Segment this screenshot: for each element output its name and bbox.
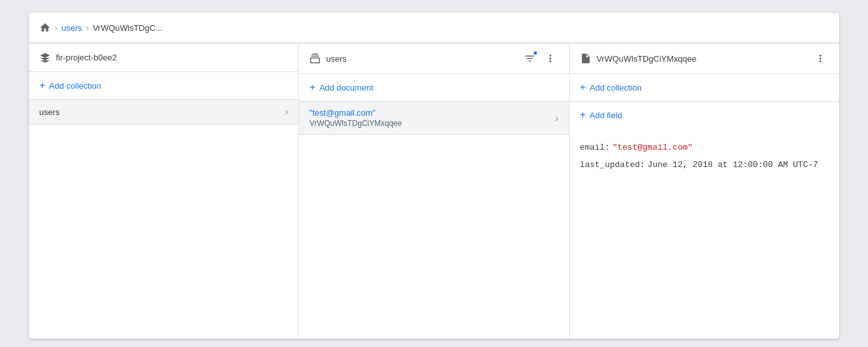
chevron-right-icon-users: ›: [285, 106, 288, 118]
chevron-right-icon-doc: ›: [555, 112, 558, 124]
add-field-label: Add field: [590, 111, 622, 120]
collection-item-users[interactable]: users ›: [29, 100, 298, 125]
document-icon: [580, 53, 592, 64]
plus-icon-3: +: [580, 82, 586, 93]
plus-icon-1: +: [39, 80, 45, 91]
panel-collection-title: users: [326, 54, 516, 64]
field-row-last-updated: last_updated: June 12, 2018 at 12:00:00 …: [580, 156, 829, 174]
panel-project-header: fir-project-b0ee2: [29, 44, 298, 72]
breadcrumb-sep-2: ›: [86, 22, 89, 33]
document-item-sub: VrWQuWlsTDgCiYMxqqee: [309, 119, 555, 128]
document-item-test[interactable]: "test@gmail.com" VrWQuWlsTDgCiYMxqqee ›: [299, 102, 568, 135]
panel-document: VrWQuWlsTDgCiYMxqqee + Add collection + …: [570, 44, 839, 339]
panel-collection: users + Add document "t: [299, 44, 569, 339]
more-options-button-document[interactable]: [812, 50, 829, 67]
add-collection-label-3: Add collection: [590, 83, 642, 93]
panel-project-content: users ›: [29, 100, 298, 339]
filter-button[interactable]: [521, 50, 538, 67]
field-value-last-updated: June 12, 2018 at 12:00:00 AM UTC-7: [647, 160, 818, 170]
panel-collection-actions: [521, 50, 559, 67]
panel-project: fir-project-b0ee2 + Add collection users…: [29, 44, 299, 339]
breadcrumb: › users › VrWQuWlsTDgC...: [29, 13, 839, 43]
add-document-button[interactable]: + Add document: [299, 74, 568, 102]
firestore-container: › users › VrWQuWlsTDgC... fir-project-b0…: [29, 13, 839, 339]
panel-document-header: VrWQuWlsTDgCiYMxqqee: [570, 44, 839, 74]
panel-collection-content: "test@gmail.com" VrWQuWlsTDgCiYMxqqee ›: [299, 102, 568, 339]
collection-icon: [309, 53, 321, 64]
collection-name-users: users: [39, 107, 285, 117]
document-item-id: "test@gmail.com": [309, 108, 555, 118]
field-row-email: email: "test@gmail.com": [580, 139, 829, 156]
breadcrumb-doc-id: VrWQuWlsTDgC...: [93, 23, 163, 33]
field-value-email: "test@gmail.com": [612, 143, 692, 152]
filter-active-dot: [533, 51, 538, 55]
plus-icon-4: +: [580, 109, 586, 121]
add-collection-button-panel1[interactable]: + Add collection: [29, 72, 298, 100]
panel-document-actions: [812, 50, 829, 67]
fields-area: email: "test@gmail.com" last_updated: Ju…: [570, 129, 839, 339]
plus-icon-2: +: [309, 82, 315, 93]
panel-document-title: VrWQuWlsTDgCiYMxqqee: [597, 54, 807, 64]
panel-project-title: fir-project-b0ee2: [56, 53, 288, 62]
breadcrumb-users[interactable]: users: [62, 23, 82, 33]
field-key-email: email:: [580, 143, 610, 152]
add-collection-label-1: Add collection: [49, 81, 101, 91]
panel-collection-header: users: [299, 44, 568, 74]
add-field-button[interactable]: + Add field: [570, 102, 839, 129]
add-collection-button-panel3[interactable]: + Add collection: [570, 74, 839, 102]
breadcrumb-sep-1: ›: [55, 22, 58, 33]
add-document-label: Add document: [320, 83, 374, 93]
project-icon: [39, 52, 51, 64]
field-key-last-updated: last_updated:: [580, 160, 645, 170]
home-icon[interactable]: [39, 22, 51, 33]
more-options-button-collection[interactable]: [542, 50, 559, 67]
panels: fir-project-b0ee2 + Add collection users…: [29, 43, 839, 339]
